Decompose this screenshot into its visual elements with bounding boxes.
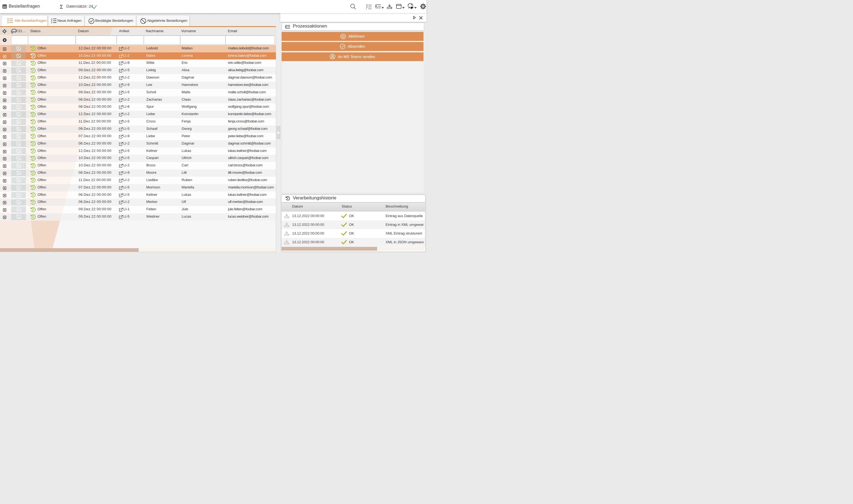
- svg-text:3: 3: [51, 21, 52, 23]
